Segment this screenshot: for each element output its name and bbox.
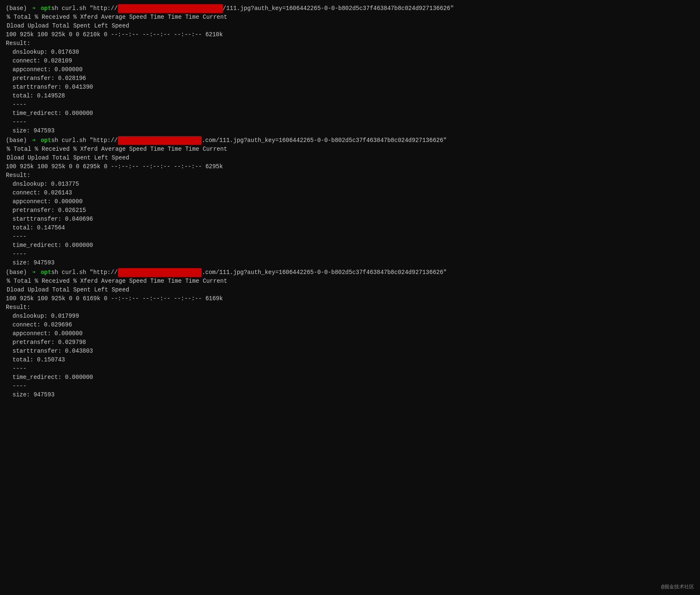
prompt-opt-1: opt [41,4,51,13]
separator2-2: ---- [6,250,694,259]
result-label-2: Result: [6,171,694,180]
command-block-2: (base) ➜ opt sh curl.sh "http:// .com/11… [6,136,694,267]
size-2: size: 947593 [6,259,694,267]
metric-starttransfer-2: starttransfer: 0.040696 [6,215,694,224]
command-line-2: (base) ➜ opt sh curl.sh "http:// .com/11… [6,136,694,145]
cmd-rest-3: sh curl.sh "http:// [51,268,118,277]
result-label-1: Result: [6,39,694,48]
metric-appconnect-1: appconnect: 0.000000 [6,65,694,74]
cmd-rest-1: sh curl.sh "http:// [51,4,118,13]
metric-pretransfer-2: pretransfer: 0.026215 [6,206,694,215]
command-block-3: (base) ➜ opt sh curl.sh "http:// .com/11… [6,268,694,399]
separator1-3: ---- [6,364,694,373]
metric-total-2: total: 0.147564 [6,224,694,232]
prompt-base-2: (base) [6,136,27,145]
table-data-1: 100 925k 100 925k 0 0 6210k 0 --:--:-- -… [6,30,694,39]
separator2-3: ---- [6,382,694,391]
redacted-1 [118,4,223,13]
metric-starttransfer-3: starttransfer: 0.043803 [6,347,694,356]
cmd-suffix-2: .com/111.jpg?auth_key=1606442265-0-0-b80… [202,136,447,145]
table-header1-1: % Total % Received % Xferd Average Speed… [6,13,694,22]
table-header2-2: Dload Upload Total Spent Left Speed [6,154,694,162]
prompt-arrow-3: ➜ [28,268,39,277]
metric-total-3: total: 0.150743 [6,356,694,364]
size-1: size: 947593 [6,127,694,135]
table-data-2: 100 925k 100 925k 0 0 6295k 0 --:--:-- -… [6,162,694,171]
terminal-output: (base) ➜ opt sh curl.sh "http:// /111.jp… [6,4,694,399]
table-header2-3: Dload Upload Total Spent Left Speed [6,286,694,294]
time-redirect-2: time_redirect: 0.000000 [6,241,694,250]
redacted-3 [118,268,202,277]
curl-table-1: % Total % Received % Xferd Average Speed… [6,13,694,39]
result-label-3: Result: [6,303,694,312]
separator1-1: ---- [6,100,694,109]
table-data-3: 100 925k 100 925k 0 0 6169k 0 --:--:-- -… [6,294,694,303]
cmd-rest-2: sh curl.sh "http:// [51,136,118,145]
metric-appconnect-3: appconnect: 0.000000 [6,329,694,338]
metric-total-1: total: 0.149528 [6,92,694,100]
prompt-opt-3: opt [41,268,51,277]
prompt-arrow-2: ➜ [28,136,39,145]
separator2-1: ---- [6,118,694,127]
metric-appconnect-2: appconnect: 0.000000 [6,197,694,206]
prompt-base-3: (base) [6,268,27,277]
metric-dnslookup-3: dnslookup: 0.017999 [6,312,694,321]
metric-pretransfer-3: pretransfer: 0.029798 [6,338,694,347]
time-redirect-3: time_redirect: 0.000000 [6,373,694,382]
watermark: @掘金技术社区 [661,583,694,591]
metric-dnslookup-1: dnslookup: 0.017630 [6,48,694,57]
prompt-opt-2: opt [41,136,51,145]
command-line-3: (base) ➜ opt sh curl.sh "http:// .com/11… [6,268,694,277]
cmd-suffix-3: .com/111.jpg?auth_key=1606442265-0-0-b80… [202,268,447,277]
curl-table-3: % Total % Received % Xferd Average Speed… [6,277,694,303]
table-header1-3: % Total % Received % Xferd Average Speed… [6,277,694,286]
curl-table-2: % Total % Received % Xferd Average Speed… [6,145,694,171]
metric-connect-2: connect: 0.026143 [6,189,694,197]
metric-dnslookup-2: dnslookup: 0.013775 [6,180,694,189]
prompt-arrow-1: ➜ [28,4,39,13]
metric-connect-3: connect: 0.029696 [6,321,694,329]
metric-pretransfer-1: pretransfer: 0.028196 [6,74,694,83]
table-header1-2: % Total % Received % Xferd Average Speed… [6,145,694,154]
size-3: size: 947593 [6,391,694,399]
redacted-2 [118,136,202,145]
cmd-suffix-1: /111.jpg?auth_key=1606442265-0-0-b802d5c… [223,4,454,13]
metric-connect-1: connect: 0.028109 [6,57,694,65]
separator1-2: ---- [6,232,694,241]
table-header2-1: Dload Upload Total Spent Left Speed [6,22,694,30]
prompt-base-1: (base) [6,4,27,13]
metric-starttransfer-1: starttransfer: 0.041390 [6,83,694,92]
command-block-1: (base) ➜ opt sh curl.sh "http:// /111.jp… [6,4,694,135]
command-line-1: (base) ➜ opt sh curl.sh "http:// /111.jp… [6,4,694,13]
time-redirect-1: time_redirect: 0.000000 [6,109,694,118]
